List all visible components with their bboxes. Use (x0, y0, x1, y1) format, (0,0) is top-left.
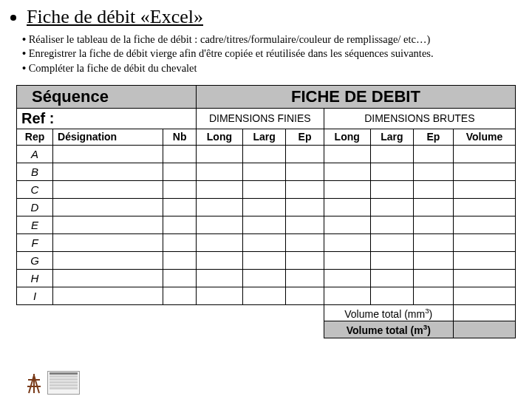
svg-line-0 (29, 375, 34, 393)
volume-total-mm3-value (453, 304, 515, 321)
col-nb: Nb (163, 129, 196, 145)
row-label: A (17, 145, 53, 163)
bullet-item: Enregistrer la fiche de débit vierge afi… (22, 47, 522, 61)
table-row: Ref : DIMENSIONS FINIES DIMENSIONS BRUTE… (17, 108, 516, 129)
row-label: I (17, 287, 53, 304)
volume-total-m3-label: Volume total (m3) (324, 321, 453, 338)
volume-total-mm3-label: Volume total (mm3) (324, 304, 453, 321)
col-desig: Désignation (53, 129, 163, 145)
col-ep1: Ep (286, 129, 324, 145)
header-ref: Ref : (17, 108, 197, 129)
col-long1: Long (196, 129, 242, 145)
svg-line-1 (34, 375, 39, 393)
volume-total-m3-value (453, 321, 515, 338)
table-row: Séquence FICHE DE DEBIT (17, 85, 516, 108)
header-dim-fin: DIMENSIONS FINIES (196, 108, 324, 129)
header-sequence: Séquence (17, 85, 197, 108)
table-row: G (17, 251, 516, 269)
table-row: Rep Désignation Nb Long Larg Ep Long Lar… (17, 129, 516, 145)
table-row: D (17, 198, 516, 216)
col-rep: Rep (17, 129, 53, 145)
page-title: Fiche de débit «Excel» (27, 6, 522, 28)
header-dim-brut: DIMENSIONS BRUTES (324, 108, 515, 129)
table-row: Volume total (m3) (17, 321, 516, 338)
spreadsheet-table: Séquence FICHE DE DEBIT Ref : DIMENSIONS… (16, 85, 516, 338)
spreadsheet-thumbnail-icon (47, 371, 80, 395)
header-fiche: FICHE DE DEBIT (196, 85, 515, 108)
table-row: A (17, 145, 516, 163)
table-row: F (17, 233, 516, 251)
table-row: Volume total (mm3) (17, 304, 516, 321)
col-ep2: Ep (414, 129, 454, 145)
bullet-list: Réaliser le tableau de la fiche de débit… (22, 33, 522, 76)
table-row: H (17, 269, 516, 287)
row-label: F (17, 233, 53, 251)
bullet-item: Réaliser le tableau de la fiche de débit… (22, 33, 522, 47)
row-label: B (17, 163, 53, 180)
row-label: G (17, 251, 53, 269)
easel-icon (25, 371, 43, 395)
row-label: H (17, 269, 53, 287)
row-label: E (17, 216, 53, 233)
table-row: B (17, 163, 516, 180)
bullet-item: Compléter la fiche de débit du chevalet (22, 61, 522, 76)
table-row: C (17, 180, 516, 198)
col-volume: Volume (453, 129, 515, 145)
col-larg2: Larg (370, 129, 413, 145)
table-row: I (17, 287, 516, 304)
row-label: C (17, 180, 53, 198)
row-label: D (17, 198, 53, 216)
col-larg1: Larg (242, 129, 285, 145)
col-long2: Long (324, 129, 370, 145)
table-row: E (17, 216, 516, 233)
